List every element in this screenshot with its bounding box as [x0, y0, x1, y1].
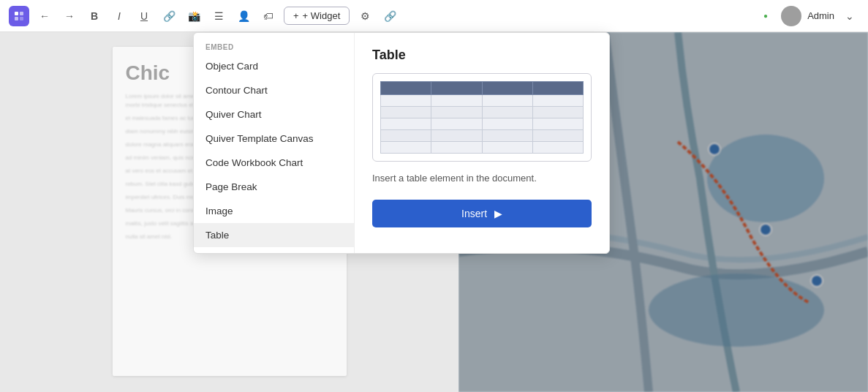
underline-icon[interactable]: U [135, 7, 154, 26]
image-icon[interactable]: 📸 [184, 7, 203, 26]
toolbar-right: ● Admin ⌄ [756, 6, 859, 26]
preview-row-1 [381, 95, 584, 107]
widget-button[interactable]: + + Widget [284, 7, 350, 25]
align-icon[interactable]: ☰ [209, 7, 228, 26]
tag-icon[interactable]: 🏷 [259, 7, 278, 26]
svg-rect-1 [20, 12, 23, 15]
back-icon[interactable]: ← [35, 7, 54, 26]
user-icon[interactable]: 👤 [234, 7, 253, 26]
panel-title: Table [372, 48, 592, 63]
dropdown-panel: EMBED Object Card Contour Chart Quiver C… [193, 32, 610, 254]
user-name: Admin [807, 10, 834, 21]
panel-description: Insert a table element in the document. [372, 172, 592, 185]
svg-point-7 [709, 143, 720, 155]
svg-rect-0 [15, 12, 18, 15]
menu-item-image[interactable]: Image [194, 199, 354, 223]
forward-icon[interactable]: → [60, 7, 79, 26]
cursor-icon: ▶ [494, 208, 502, 219]
menu-item-code-workbook-chart[interactable]: Code Workbook Chart [194, 151, 354, 175]
toolbar: ← → B I U 🔗 📸 ☰ 👤 🏷 + + Widget ⚙ 🔗 ● Adm… [0, 0, 868, 32]
svg-rect-3 [20, 17, 23, 20]
menu-item-page-break[interactable]: Page Break [194, 175, 354, 199]
preview-table-visual [380, 81, 584, 154]
chevron-down-icon[interactable]: ⌄ [840, 7, 859, 26]
bold-icon[interactable]: B [85, 7, 104, 26]
section-label: EMBED [194, 39, 354, 54]
menu-item-quiver-chart[interactable]: Quiver Chart [194, 102, 354, 127]
preview-row-2 [381, 107, 584, 118]
app-logo[interactable] [9, 6, 29, 26]
insert-button[interactable]: Insert ▶ [372, 200, 592, 227]
svg-point-8 [760, 224, 771, 235]
settings-icon[interactable]: ⚙ [355, 7, 374, 26]
widget-button-label: + Widget [303, 10, 341, 21]
link-icon[interactable]: 🔗 [159, 7, 178, 26]
share-icon[interactable]: 🔗 [380, 7, 399, 26]
status-indicator: ● [756, 7, 775, 26]
preview-row-3 [381, 118, 584, 130]
svg-point-5 [707, 135, 824, 222]
table-preview [372, 73, 592, 162]
menu-item-contour-chart[interactable]: Contour Chart [194, 78, 354, 102]
dropdown-left: EMBED Object Card Contour Chart Quiver C… [194, 33, 355, 253]
dropdown-right: Table [355, 33, 609, 253]
menu-item-table[interactable]: Table [194, 223, 354, 247]
menu-item-quiver-template-canvas[interactable]: Quiver Template Canvas [194, 127, 354, 151]
preview-row-4 [381, 130, 584, 142]
italic-icon[interactable]: I [110, 7, 129, 26]
preview-row-5 [381, 142, 584, 154]
svg-rect-2 [15, 17, 18, 20]
menu-item-object-card[interactable]: Object Card [194, 54, 354, 78]
avatar[interactable] [781, 6, 801, 26]
svg-point-9 [811, 275, 823, 287]
svg-point-6 [649, 274, 824, 347]
widget-plus-icon: + [293, 10, 299, 21]
